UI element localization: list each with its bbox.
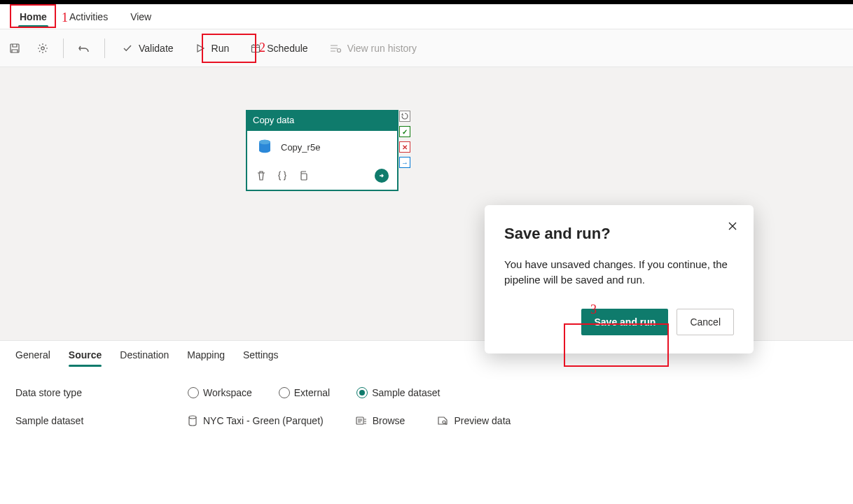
view-run-history-label: View run history: [347, 43, 417, 54]
preview-label: Preview data: [454, 415, 511, 426]
toolbar-separator-2: [104, 38, 105, 58]
toolbar-separator: [63, 38, 64, 58]
sample-dataset-label: Sample dataset: [15, 415, 176, 426]
activity-footer: [247, 163, 397, 190]
handle-on-fail[interactable]: ✕: [399, 141, 410, 153]
ribbon-tab-home[interactable]: Home: [8, 7, 58, 27]
play-icon: [195, 43, 206, 54]
delete-icon[interactable]: [256, 170, 267, 181]
activity-run-icon[interactable]: [375, 169, 389, 183]
activity-name: Copy_r5e: [281, 142, 320, 153]
settings-icon[interactable]: [35, 41, 50, 56]
property-panel-source: Data store type Workspace External Sampl…: [0, 366, 853, 447]
property-tab-settings[interactable]: Settings: [243, 349, 279, 366]
run-label: Run: [211, 43, 230, 54]
handle-on-completion[interactable]: →: [399, 157, 410, 168]
data-store-type-label: Data store type: [15, 387, 176, 398]
database-icon: [256, 138, 274, 156]
check-icon: [122, 43, 133, 54]
radio-external-label: External: [294, 387, 330, 398]
sample-dataset-value: NYC Taxi - Green (Parquet): [188, 415, 324, 426]
validate-button[interactable]: Validate: [118, 40, 178, 57]
svg-point-3: [337, 48, 340, 52]
ribbon-tab-activities[interactable]: Activities: [58, 7, 119, 27]
radio-workspace-label: Workspace: [203, 387, 252, 398]
svg-point-7: [189, 416, 196, 419]
cylinder-icon: [188, 415, 197, 426]
run-button[interactable]: Run: [190, 40, 234, 57]
sample-dataset-name: NYC Taxi - Green (Parquet): [203, 415, 324, 426]
radio-external[interactable]: External: [279, 387, 330, 398]
svg-point-5: [259, 140, 270, 144]
dialog-close-button[interactable]: [727, 220, 738, 232]
svg-rect-6: [301, 174, 307, 180]
dialog-title: Save and run?: [504, 225, 734, 243]
schedule-button[interactable]: Schedule: [246, 40, 312, 57]
schedule-label: Schedule: [267, 43, 307, 54]
history-icon: [329, 43, 342, 54]
radio-sample-dataset-label: Sample dataset: [372, 387, 440, 398]
activity-body: Copy_r5e: [247, 131, 397, 163]
svg-rect-2: [252, 45, 260, 52]
save-and-run-dialog: Save and run? You have unsaved changes. …: [485, 205, 754, 354]
svg-point-1: [41, 46, 44, 49]
braces-icon[interactable]: [277, 170, 288, 181]
activity-header: Copy data: [247, 111, 397, 131]
radio-sample-dataset[interactable]: Sample dataset: [356, 387, 440, 398]
cancel-button[interactable]: Cancel: [677, 309, 734, 335]
toolbar: Validate Run Schedule View run history: [0, 29, 853, 67]
preview-icon: [437, 416, 448, 426]
browse-icon: [356, 416, 367, 426]
close-icon: [727, 220, 738, 232]
ribbon-tab-view[interactable]: View: [119, 7, 162, 27]
radio-workspace[interactable]: Workspace: [188, 387, 252, 398]
property-tab-general[interactable]: General: [15, 349, 50, 366]
preview-data-button[interactable]: Preview data: [437, 415, 511, 426]
browse-button[interactable]: Browse: [356, 415, 405, 426]
property-tab-mapping[interactable]: Mapping: [187, 349, 225, 366]
dialog-actions: Save and run Cancel: [504, 309, 734, 335]
view-run-history-button[interactable]: View run history: [325, 40, 421, 57]
dialog-body: You have unsaved changes. If you continu…: [504, 257, 734, 288]
handle-activity-output[interactable]: [399, 111, 410, 122]
save-and-run-button[interactable]: Save and run: [581, 309, 668, 335]
activity-output-handles: ✓ ✕ →: [399, 111, 410, 168]
browse-label: Browse: [373, 415, 405, 426]
ribbon-tabs: Home Activities View: [0, 4, 853, 29]
copy-data-activity[interactable]: Copy data Copy_r5e: [247, 111, 398, 190]
property-tab-source[interactable]: Source: [69, 349, 102, 366]
validate-label: Validate: [139, 43, 174, 54]
copy-icon[interactable]: [298, 170, 309, 181]
calendar-icon: [250, 43, 261, 54]
property-tab-destination[interactable]: Destination: [120, 349, 169, 366]
handle-on-success[interactable]: ✓: [399, 126, 410, 137]
svg-point-9: [443, 421, 445, 424]
save-icon[interactable]: [7, 41, 22, 56]
undo-icon[interactable]: [76, 41, 92, 56]
